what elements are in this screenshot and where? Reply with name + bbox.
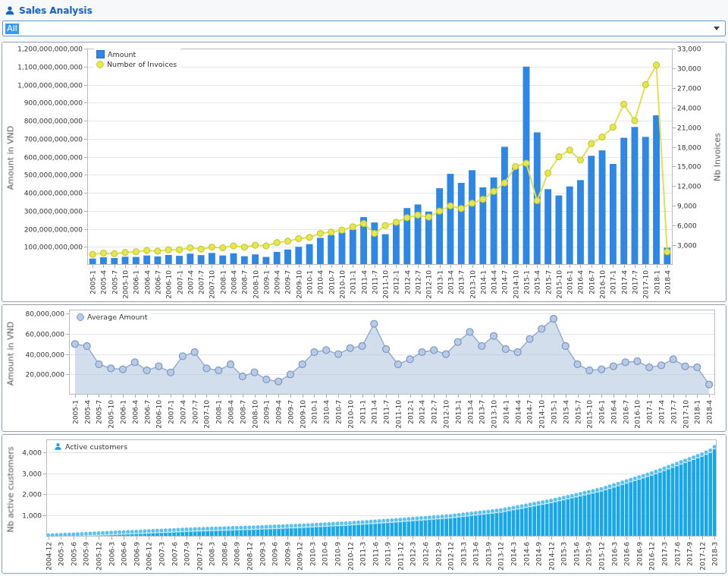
invoices-series-marker-icon <box>96 61 104 68</box>
chart-legend: Amount Number of Invoices <box>93 49 181 70</box>
left-axis-title: Amount in VND <box>6 126 16 190</box>
user-icon <box>5 5 15 16</box>
left-axis-title: Nb active customers <box>6 446 16 532</box>
chart-legend: Active customers <box>51 441 132 452</box>
legend-item-active-customers: Active customers <box>54 442 127 451</box>
average-amount-panel: Amount in VND Average Amount <box>2 304 726 432</box>
legend-item-amount: Amount <box>96 50 177 58</box>
legend-item-invoices: Number of Invoices <box>96 60 177 68</box>
page-title: Sales Analysis <box>19 5 93 16</box>
right-axis-title: Nb Invoices <box>713 133 723 181</box>
active-customers-panel: Nb active customers Active customers <box>2 434 726 574</box>
legend-label: Average Amount <box>87 313 147 321</box>
active-customers-chart-canvas <box>2 435 726 571</box>
amount-series-swatch-icon <box>96 50 105 58</box>
sales-analysis-window: Sales Analysis All Amount in VND Nb Invo… <box>0 0 728 574</box>
average-amount-chart-canvas <box>2 305 726 430</box>
app-header: Sales Analysis <box>0 0 728 20</box>
average-amount-marker-icon <box>77 313 84 321</box>
left-axis-title: Amount in VND <box>6 322 16 386</box>
sales-amount-panel: Amount in VND Nb Invoices Amount Number … <box>2 42 726 302</box>
person-icon <box>54 442 62 451</box>
chart-legend: Average Amount <box>74 311 152 323</box>
amount-invoices-chart-canvas <box>2 42 726 300</box>
legend-label: Active customers <box>65 442 127 451</box>
filter-selected-value: All <box>5 24 19 34</box>
legend-item-average-amount: Average Amount <box>77 313 147 321</box>
legend-label: Amount <box>108 50 136 58</box>
chevron-down-icon[interactable] <box>714 27 720 30</box>
filter-combobox[interactable]: All <box>2 20 726 36</box>
legend-label: Number of Invoices <box>107 60 177 68</box>
